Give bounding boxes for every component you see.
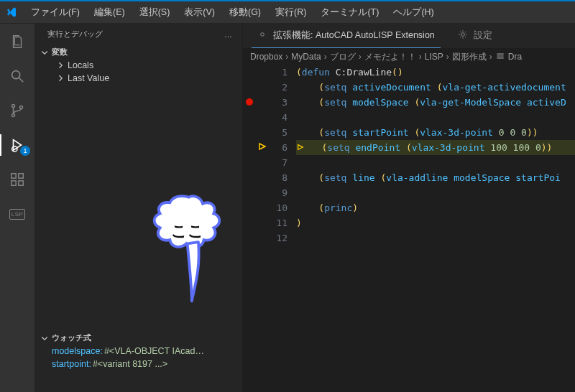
code-line[interactable]: (setq endPoint (vlax-3d-point 100 100 0)… [296, 140, 575, 155]
line-number: 2 [269, 80, 288, 95]
menu-select[interactable]: 選択(S) [133, 5, 177, 20]
branch-icon [9, 103, 25, 118]
crumb[interactable]: Dra [508, 52, 522, 62]
line-number: 9 [269, 185, 288, 200]
line-number: 5 [269, 125, 288, 140]
files-icon [9, 34, 25, 50]
code-line[interactable]: (setq startPoint (vlax-3d-point 0 0 0)) [296, 125, 575, 140]
chevron-down-icon [40, 48, 49, 57]
execution-pointer-gutter [256, 215, 269, 230]
breakpoint-gutter[interactable] [243, 129, 256, 144]
line-number: 1 [269, 65, 288, 80]
code-line[interactable]: ) [296, 215, 575, 230]
tab-bar: 拡張機能: AutoCAD AutoLISP Extension 設定 [243, 23, 575, 49]
side-panel-title: 実行とデバッグ [47, 29, 103, 39]
breakpoint-gutter[interactable] [243, 174, 256, 189]
debug-badge: 1 [20, 146, 30, 156]
crumb[interactable]: 図形作成 [452, 51, 487, 63]
watch-name: modelspace: [52, 346, 103, 356]
breakpoint-gutter[interactable] [243, 234, 256, 249]
breakpoint-gutter[interactable] [243, 144, 256, 159]
execution-pointer-gutter [256, 95, 269, 110]
breakpoint-gutter[interactable] [243, 219, 256, 234]
chevron-right-icon [56, 74, 65, 83]
breakpoint-gutter[interactable] [243, 113, 256, 129]
section-watch[interactable]: ウォッチ式 [34, 331, 242, 345]
breakpoint-gutter[interactable] [243, 80, 256, 95]
menubar: ファイル(F) 編集(E) 選択(S) 表示(V) 移動(G) 実行(R) ター… [0, 1, 575, 23]
menu-view[interactable]: 表示(V) [178, 5, 221, 20]
crumb[interactable]: Dropbox [250, 52, 282, 62]
code-line[interactable]: (princ) [296, 200, 575, 215]
code-line[interactable] [296, 185, 575, 200]
crumb[interactable]: LISP [425, 52, 443, 62]
execution-pointer-gutter [256, 200, 269, 215]
current-line-icon [258, 142, 267, 151]
menu-terminal[interactable]: ターミナル(T) [314, 5, 385, 20]
tab-extension[interactable]: 拡張機能: AutoCAD AutoLISP Extension [252, 23, 441, 48]
code-line[interactable]: (setq activeDocument (vla-get-activedocu… [296, 80, 575, 95]
section-variables[interactable]: 変数 [34, 45, 242, 59]
line-number: 12 [269, 230, 288, 246]
code-line[interactable] [296, 230, 575, 246]
breakpoint-gutter[interactable] [243, 159, 256, 174]
line-number: 8 [269, 170, 288, 185]
breakpoint-gutter[interactable] [243, 204, 256, 219]
svg-point-4 [19, 106, 22, 108]
breakpoint-gutter[interactable] [243, 98, 256, 113]
watch-item[interactable]: modelspace: #<VLA-OBJECT IAcad… [34, 345, 242, 358]
svg-rect-9 [19, 174, 23, 178]
watch-value: #<variant 8197 ...> [93, 359, 167, 369]
activity-explorer[interactable] [0, 31, 34, 52]
inline-execution-arrow [296, 140, 305, 155]
activity-lsp[interactable]: LSP [0, 203, 34, 225]
chevron-right-icon [56, 61, 65, 70]
section-watch-label: ウォッチ式 [52, 332, 91, 343]
code-line[interactable]: (setq line (vla-addline modelSpace start… [296, 170, 575, 185]
tree-lastvalue[interactable]: Last Value [34, 72, 242, 85]
debug-side-panel: 実行とデバッグ … 変数 Locals Last Value ウォッチ式 mod… [34, 23, 243, 392]
activity-debug[interactable]: 1 [0, 134, 34, 156]
watch-value: #<VLA-OBJECT IAcad… [104, 346, 204, 356]
watch-item[interactable]: startpoint: #<variant 8197 ...> [34, 358, 242, 370]
gear-icon [257, 29, 267, 42]
activity-search[interactable] [0, 65, 34, 87]
breakpoint-gutter[interactable] [243, 189, 256, 204]
execution-pointer-gutter [256, 125, 269, 140]
breakpoint-icon [246, 98, 253, 106]
extensions-icon [9, 172, 25, 187]
code-editor[interactable]: 123456789101112 (defun C:DrawLine() (set… [243, 65, 575, 392]
tab-settings[interactable]: 設定 [452, 23, 498, 48]
execution-pointer-gutter [256, 140, 269, 155]
watch-name: startpoint: [52, 359, 91, 369]
tab-settings-label: 設定 [474, 29, 492, 42]
svg-point-11 [461, 33, 464, 37]
execution-pointer-gutter [256, 80, 269, 95]
breakpoint-gutter[interactable] [243, 65, 256, 80]
line-number: 7 [269, 155, 288, 170]
crumb[interactable]: MyData [291, 52, 321, 62]
svg-point-2 [12, 105, 14, 108]
side-panel-more[interactable]: … [224, 30, 234, 39]
execution-pointer-gutter [256, 185, 269, 200]
activity-extensions[interactable] [0, 169, 34, 190]
menu-run[interactable]: 実行(R) [269, 5, 313, 20]
execution-pointer-gutter [256, 170, 269, 185]
menu-go[interactable]: 移動(G) [223, 5, 267, 20]
tree-locals[interactable]: Locals [34, 59, 242, 72]
code-line[interactable] [296, 110, 575, 125]
crumb[interactable]: ブログ [330, 51, 356, 63]
activity-scm[interactable] [0, 100, 34, 121]
menu-help[interactable]: ヘルプ(H) [387, 5, 440, 20]
breadcrumb[interactable]: Dropbox› MyData› ブログ› メモだよ！！› LISP› 図形作成… [243, 49, 575, 65]
tree-lastvalue-label: Last Value [68, 73, 109, 83]
line-number: 6 [269, 140, 288, 155]
activity-bar: 1 LSP [0, 23, 34, 392]
crumb[interactable]: メモだよ！！ [364, 51, 416, 63]
code-line[interactable]: (setq modelSpace (vla-get-ModelSpace act… [296, 95, 575, 110]
code-line[interactable] [296, 155, 575, 170]
menu-file[interactable]: ファイル(F) [24, 5, 86, 20]
code-line[interactable]: (defun C:DrawLine() [296, 65, 575, 80]
menu-edit[interactable]: 編集(E) [88, 5, 132, 20]
settings-icon [495, 51, 505, 63]
